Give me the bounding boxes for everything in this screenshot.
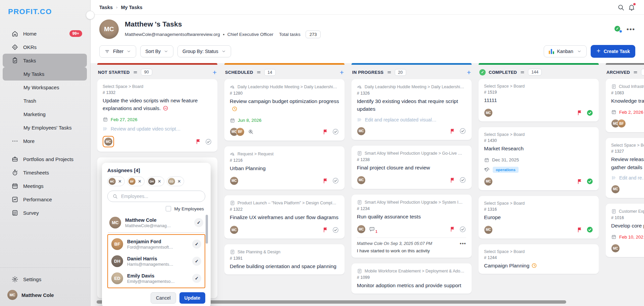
column-menu-icon[interactable] xyxy=(387,70,392,75)
popup-scrollbar[interactable] xyxy=(206,215,208,244)
avatar[interactable]: MC xyxy=(109,217,121,228)
avatar[interactable]: MC xyxy=(357,127,366,136)
add-task-plus-button[interactable]: + xyxy=(340,69,344,76)
card-assignees[interactable]: MC xyxy=(484,108,493,117)
column-menu-icon[interactable] xyxy=(133,70,138,75)
task-card[interactable]: Product Launch – "Nova Platform" > Desig… xyxy=(224,195,344,239)
assignee-highlight[interactable]: MC xyxy=(103,136,114,147)
cancel-button[interactable]: Cancel xyxy=(151,292,176,304)
task-card[interactable]: Select Space > Board# 1244Campaign Plann… xyxy=(479,244,599,274)
task-card[interactable]: Site Planning & Design# 1391Define build… xyxy=(224,244,344,274)
task-card[interactable]: Request > Request# 1216Urban PlanningMC xyxy=(224,146,344,190)
selected-check-icon[interactable]: ✓ xyxy=(192,257,201,266)
avatar[interactable]: BF xyxy=(617,119,626,128)
flag-icon[interactable] xyxy=(577,178,583,185)
sidebar-item-my-workspaces[interactable]: My Workspaces xyxy=(3,81,87,94)
avatar[interactable]: DH xyxy=(148,178,155,185)
add-task-plus-button[interactable]: + xyxy=(467,69,471,76)
flag-icon[interactable] xyxy=(577,110,583,116)
task-card[interactable]: Daily Leadership Huddle Meeting > Daily … xyxy=(224,79,344,141)
card-assignees[interactable]: MC xyxy=(611,185,620,194)
card-assignees[interactable]: MC xyxy=(230,176,238,185)
task-card[interactable]: Cloud Infrastru…# 1083Knowledge tra…Feb … xyxy=(606,79,644,132)
mark-complete-icon[interactable] xyxy=(459,226,466,233)
flag-icon[interactable] xyxy=(322,227,328,233)
view-selector[interactable]: Kanban xyxy=(544,45,587,57)
breadcrumb-my-tasks[interactable]: My Tasks xyxy=(121,5,142,10)
employee-row[interactable]: ED Emily Davis Emily@managementso… ✓ xyxy=(109,270,203,287)
flag-icon[interactable] xyxy=(195,139,201,145)
sidebar-item-trash[interactable]: Trash xyxy=(3,94,87,107)
column-menu-icon[interactable] xyxy=(633,70,638,75)
flag-icon[interactable] xyxy=(577,227,583,233)
mark-complete-icon[interactable] xyxy=(459,176,466,184)
avatar[interactable]: MC xyxy=(611,185,620,194)
card-assignees[interactable]: MCBF xyxy=(230,128,245,136)
mark-complete-icon[interactable] xyxy=(332,226,339,234)
avatar[interactable]: BF xyxy=(111,238,123,250)
employee-row[interactable]: BF Benjamin Ford Ford@managemntsoft… ✓ xyxy=(109,236,203,253)
task-card[interactable]: Select Space > Board# 1332Update the vid… xyxy=(97,79,217,152)
card-assignees[interactable]: MC xyxy=(484,177,493,186)
filter-button[interactable]: Filter xyxy=(99,45,136,58)
breadcrumb-tasks[interactable]: Tasks xyxy=(99,5,113,10)
task-completed-icon[interactable] xyxy=(586,109,593,116)
task-card[interactable]: Smart Alloy Wheel Production Upgrade > S… xyxy=(352,195,472,258)
task-card[interactable]: Mobile Workforce Enablement > Deployment… xyxy=(352,263,472,294)
card-assignees[interactable]: MC xyxy=(104,137,113,146)
card-checklist[interactable]: Review and update video script… xyxy=(103,126,212,132)
mark-complete-icon[interactable] xyxy=(459,128,466,135)
avatar[interactable]: MC xyxy=(104,137,113,146)
card-assignees[interactable]: MC xyxy=(484,225,493,234)
task-card[interactable]: Select Space > Board# 1430Market Researc… xyxy=(479,127,599,190)
create-task-button[interactable]: Create Task xyxy=(591,45,635,58)
avatar[interactable]: MC xyxy=(611,244,620,253)
employee-search-input[interactable] xyxy=(121,194,200,199)
sidebar-item-okrs[interactable]: OKRs xyxy=(3,40,87,54)
sidebar-item-my-tasks[interactable]: My Tasks xyxy=(3,67,87,81)
task-card[interactable]: Select Space > Board# 1316EuropeMC xyxy=(479,196,599,239)
flag-icon[interactable] xyxy=(449,128,455,134)
remove-assignee-icon[interactable]: ✕ xyxy=(177,179,181,184)
flag-icon[interactable] xyxy=(322,129,328,135)
my-employees-checkbox[interactable] xyxy=(166,206,171,211)
task-completed-icon[interactable] xyxy=(586,226,593,233)
search-icon[interactable] xyxy=(617,4,625,11)
card-assignees[interactable]: MC xyxy=(357,176,366,185)
employee-row[interactable]: DH Daniel Harris Harris@managements… ✓ xyxy=(109,253,203,270)
card-assignees[interactable]: MCBF xyxy=(611,119,626,128)
comment-more-button[interactable]: ••• xyxy=(460,241,466,246)
comment-icon[interactable]: 1 xyxy=(369,226,375,232)
card-assignees[interactable]: MC xyxy=(357,127,366,136)
sidebar-user[interactable]: MC Matthew Cole xyxy=(0,288,90,300)
avatar[interactable]: BF xyxy=(128,178,136,185)
sidebar-item-settings[interactable]: Settings xyxy=(3,272,87,286)
sidebar-item-meetings[interactable]: Meetings xyxy=(3,179,87,193)
status-sync-icon[interactable]: ✓ xyxy=(614,26,621,33)
notifications-bell-icon[interactable] xyxy=(628,4,635,11)
selected-check-icon[interactable]: ✓ xyxy=(194,218,203,227)
task-card[interactable]: Daily Leadership Huddle Meeting > Daily … xyxy=(352,79,472,140)
card-assignees[interactable]: MC xyxy=(230,225,238,234)
card-checklist[interactable]: Edit and re… xyxy=(611,175,644,181)
sidebar-item-marketing[interactable]: Marketing xyxy=(3,107,87,121)
column-menu-icon[interactable] xyxy=(256,70,261,75)
sidebar-item-performance[interactable]: Performance xyxy=(3,193,87,206)
selected-check-icon[interactable]: ✓ xyxy=(192,274,201,283)
card-checklist[interactable]: Edit and replace outdated visual… xyxy=(357,117,466,122)
group-by-button[interactable]: Group By: Status xyxy=(177,45,231,57)
sidebar-collapse-button[interactable] xyxy=(86,11,95,19)
card-assignees[interactable]: MC xyxy=(357,225,366,234)
avatar[interactable]: MC xyxy=(357,176,366,185)
tag-pill[interactable]: operations xyxy=(493,167,519,173)
mark-complete-icon[interactable] xyxy=(332,128,339,135)
task-card[interactable]: Select Space > Boa…# 1327Review release…… xyxy=(606,138,644,198)
sidebar-item-portfolios-and-projects[interactable]: Portfolios and Projects xyxy=(3,152,87,166)
column-menu-icon[interactable] xyxy=(520,70,525,75)
more-options-button[interactable]: ••• xyxy=(627,26,635,33)
sidebar-item-survey[interactable]: Survey xyxy=(3,206,87,219)
avatar[interactable]: MC xyxy=(109,178,116,185)
remove-assignee-icon[interactable]: ✕ xyxy=(158,179,161,184)
employee-search[interactable] xyxy=(107,191,205,202)
task-card[interactable]: Smart Alloy Wheel Production Upgrade > G… xyxy=(352,146,472,189)
